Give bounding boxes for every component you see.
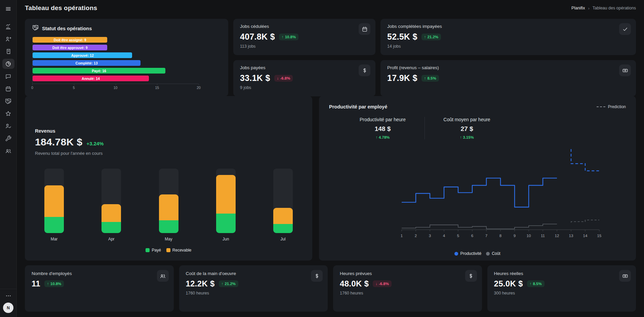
revenue-column: Jun [216, 169, 236, 241]
revenue-value: 184.78K $ [35, 136, 82, 148]
jobs-paid-card: Jobs payées 33.1K $ ↓-6.8% 9 jobs [233, 60, 375, 96]
legend-item[interactable]: Productivité [454, 251, 481, 256]
avatar[interactable]: N [3, 303, 13, 313]
employees-card: Nombre d'employés 11 ↑10.8% [25, 265, 174, 312]
sidebar-item-person-check[interactable] [2, 121, 14, 131]
sidebar-item-schedule[interactable] [2, 84, 14, 94]
delta-badge: ↓-6.8% [373, 280, 392, 287]
revenue-column: Jul [273, 169, 293, 241]
card-title: Jobs complétées impayées [387, 24, 629, 29]
sidebar-item-tools[interactable] [2, 133, 14, 143]
month-label: Jul [280, 237, 285, 241]
legend-item[interactable]: Payé [146, 248, 161, 253]
svg-text:1: 1 [401, 234, 403, 238]
revenue-title: Revenus [35, 128, 302, 134]
month-label: Mar [51, 237, 58, 241]
sidebar-nav [2, 21, 14, 156]
page-title: Tableau des opérations [25, 4, 97, 12]
sidebar-item-invoices[interactable] [2, 46, 14, 56]
productivity-card: Productivité par employé Prediction Prod… [319, 96, 636, 261]
card-title: Nombre d'employés [32, 271, 167, 276]
breadcrumb: Planifix › Tableau des opérations [571, 6, 636, 11]
month-label: May [165, 237, 172, 241]
sidebar-item-add-person[interactable] [2, 34, 14, 44]
kpi-subtitle [387, 85, 629, 90]
delta-badge: ↑10.8% [279, 34, 298, 40]
team-icon [157, 270, 169, 282]
check-icon [619, 23, 631, 35]
status-bar-chart: Doit être assigné: 9Doit être approuvé: … [32, 37, 221, 91]
revenue-column: Mar [44, 169, 64, 241]
status-card-title: Statut des opérations [42, 26, 92, 31]
svg-text:9: 9 [514, 234, 516, 238]
app-root: N Tableau des opérations Planifix › Tabl… [0, 0, 644, 317]
productivity-stats: Productivité par heure 148 $ ↑ 4.78% Coû… [341, 117, 509, 139]
sidebar-item-analytics[interactable] [2, 21, 14, 32]
legend-item[interactable]: Coût [486, 251, 500, 256]
x-tick-label: 20 [197, 86, 201, 90]
top-row: Statut des opérations Doit être assigné:… [25, 19, 636, 91]
kpi-subtitle: 9 jobs [240, 85, 369, 90]
kpi-subtitle: 14 jobs [387, 44, 629, 49]
kpi-value: 11 [32, 279, 40, 288]
kpi-subtitle: 300 heures [494, 291, 630, 296]
svg-text:12: 12 [555, 234, 559, 238]
revenue-column: Apr [102, 169, 121, 241]
dollar-icon [311, 270, 323, 282]
svg-text:13: 13 [569, 234, 573, 238]
card-title: Jobs cédulées [240, 24, 369, 29]
kpi-value: 17.9K $ [387, 73, 417, 83]
dashed-line-icon [597, 106, 605, 107]
status-bar: Doit être approuvé: 9 [33, 45, 107, 50]
revenue-subtitle: Revenu total pour l'année en cours [35, 151, 302, 156]
profit-card: Profit (revenus – salaires) 17.9K $ ↑8.5… [380, 60, 636, 96]
status-operations-card: Statut des opérations Doit être assigné:… [25, 19, 228, 96]
revenue-bar-chart: MarAprMayJunJul [35, 169, 302, 241]
svg-text:8: 8 [499, 234, 501, 238]
prediction-legend: Prediction [597, 104, 626, 109]
sidebar-item-messages[interactable] [2, 71, 14, 81]
delta-badge: ↑8.5% [527, 280, 545, 287]
status-card-header: Statut des opérations [32, 25, 221, 32]
delta-badge: ↑8.5% [421, 75, 439, 82]
calendar-icon [359, 23, 370, 35]
kpi-stack-middle: Jobs cédulées 407.8K $ ↑10.8% 113 jobs J… [233, 19, 375, 96]
sidebar-item-favorites[interactable] [2, 108, 14, 119]
breadcrumb-current: Tableau des opérations [593, 6, 636, 10]
delta-badge: ↑21.2% [219, 280, 238, 287]
svg-text:14: 14 [583, 234, 588, 238]
hours-planned-card: Heures prévues 48.0K $ ↓-6.8% 1760 heure… [333, 265, 482, 312]
legend-item[interactable]: Recevable [166, 248, 192, 253]
breadcrumb-app[interactable]: Planifix [571, 6, 585, 10]
productivity-per-hour-stat: Productivité par heure 148 $ ↑ 4.78% [341, 117, 425, 139]
more-options-icon[interactable] [3, 292, 14, 299]
svg-text:5: 5 [457, 234, 459, 238]
productivity-chart-legend: ProductivitéCoût [319, 251, 636, 256]
kpi-value: 407.8K $ [240, 32, 275, 42]
svg-text:3: 3 [429, 234, 431, 238]
jobs-scheduled-card: Jobs cédulées 407.8K $ ↑10.8% 113 jobs [233, 19, 375, 55]
cost-per-hour-stat: Coût moyen par heure 27 $ ↑ 3.15% [425, 117, 509, 139]
productivity-step-chart: 123456789101112131415 [400, 143, 601, 244]
svg-text:15: 15 [597, 234, 601, 238]
middle-row: Revenus 184.78K $ +3.24% Revenu total po… [25, 96, 636, 258]
x-tick-label: 0 [31, 86, 33, 90]
status-chart-x-axis: 05101520 [32, 86, 199, 91]
svg-text:10: 10 [527, 234, 531, 238]
bottom-row: Nombre d'employés 11 ↑10.8% Coût de la m… [25, 265, 636, 312]
sidebar-item-team[interactable] [2, 146, 14, 156]
month-label: Jun [223, 237, 229, 241]
status-bar: Payé: 16 [33, 68, 165, 74]
menu-icon[interactable] [3, 3, 14, 14]
kpi-stack-right: Jobs complétées impayées 52.5K $ ↑21.2% … [380, 19, 636, 96]
card-title: Profit (revenus – salaires) [387, 65, 629, 70]
sidebar-item-dashboard[interactable] [2, 59, 14, 69]
revenue-delta: +3.24% [86, 141, 104, 146]
sidebar-bottom: N [0, 289, 16, 317]
hours-actual-card: Heures réelles 25.0K $ ↑8.5% 300 heures [487, 265, 636, 312]
sidebar-item-operations[interactable] [2, 96, 14, 106]
dollar-icon [465, 270, 477, 282]
labor-cost-card: Coût de la main d'oeuvre 12.2K $ ↑21.2% … [179, 265, 328, 312]
revenue-column: May [159, 169, 178, 241]
stat-delta: ↑ 4.78% [341, 135, 425, 139]
